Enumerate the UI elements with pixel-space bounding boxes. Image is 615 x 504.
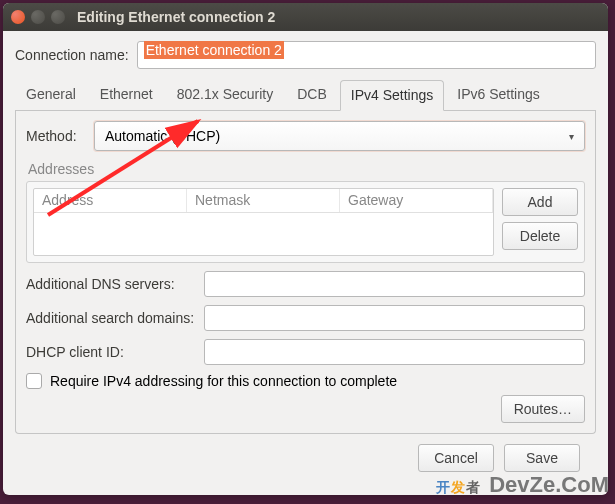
watermark: 开发者 DevZe.CoM: [436, 472, 609, 498]
method-dropdown[interactable]: Automatic (DHCP) ▾: [94, 121, 585, 151]
dhcp-id-row: DHCP client ID:: [26, 339, 585, 365]
addresses-label: Addresses: [28, 161, 585, 177]
minimize-icon[interactable]: [31, 10, 45, 24]
tab-ipv4-settings[interactable]: IPv4 Settings: [340, 80, 445, 111]
require-checkbox[interactable]: [26, 373, 42, 389]
method-value: Automatic (DHCP): [105, 128, 220, 144]
dhcp-id-label: DHCP client ID:: [26, 344, 196, 360]
delete-button[interactable]: Delete: [502, 222, 578, 250]
dns-label: Additional DNS servers:: [26, 276, 196, 292]
watermark-site: DevZe.CoM: [489, 472, 609, 498]
dialog-window: Editing Ethernet connection 2 Connection…: [3, 3, 608, 495]
connection-name-row: Connection name: Ethernet connection 2: [15, 41, 596, 69]
tab-ipv6-settings[interactable]: IPv6 Settings: [446, 79, 551, 110]
addresses-box: Address Netmask Gateway Add Delete: [26, 181, 585, 263]
routes-row: Routes…: [26, 395, 585, 423]
tab-ethernet[interactable]: Ethernet: [89, 79, 164, 110]
window-title: Editing Ethernet connection 2: [77, 9, 275, 25]
tab-dcb[interactable]: DCB: [286, 79, 338, 110]
method-label: Method:: [26, 128, 86, 144]
close-icon[interactable]: [11, 10, 25, 24]
watermark-logo: 开发者: [436, 474, 481, 497]
tab-general[interactable]: General: [15, 79, 87, 110]
chevron-down-icon: ▾: [569, 131, 574, 142]
search-domains-label: Additional search domains:: [26, 310, 196, 326]
add-button[interactable]: Add: [502, 188, 578, 216]
require-row: Require IPv4 addressing for this connect…: [26, 373, 585, 389]
tabs: General Ethernet 802.1x Security DCB IPv…: [15, 79, 596, 111]
save-button[interactable]: Save: [504, 444, 580, 472]
maximize-icon[interactable]: [51, 10, 65, 24]
tab-8021x-security[interactable]: 802.1x Security: [166, 79, 285, 110]
addresses-table[interactable]: Address Netmask Gateway: [33, 188, 494, 256]
addresses-header: Address Netmask Gateway: [34, 189, 493, 213]
col-gateway[interactable]: Gateway: [340, 189, 493, 212]
content-area: Connection name: Ethernet connection 2 G…: [3, 31, 608, 482]
connection-name-label: Connection name:: [15, 47, 129, 63]
dns-input[interactable]: [204, 271, 585, 297]
connection-name-input[interactable]: Ethernet connection 2: [137, 41, 596, 69]
dhcp-id-input[interactable]: [204, 339, 585, 365]
dns-row: Additional DNS servers:: [26, 271, 585, 297]
dialog-footer: Cancel Save: [15, 434, 596, 472]
routes-button[interactable]: Routes…: [501, 395, 585, 423]
connection-name-value: Ethernet connection 2: [144, 41, 284, 59]
method-row: Method: Automatic (DHCP) ▾: [26, 121, 585, 151]
require-label: Require IPv4 addressing for this connect…: [50, 373, 397, 389]
search-domains-row: Additional search domains:: [26, 305, 585, 331]
titlebar: Editing Ethernet connection 2: [3, 3, 608, 31]
col-netmask[interactable]: Netmask: [187, 189, 340, 212]
addresses-buttons: Add Delete: [502, 188, 578, 256]
col-address[interactable]: Address: [34, 189, 187, 212]
ipv4-panel: Method: Automatic (DHCP) ▾ Addresses Add…: [15, 111, 596, 434]
search-domains-input[interactable]: [204, 305, 585, 331]
cancel-button[interactable]: Cancel: [418, 444, 494, 472]
